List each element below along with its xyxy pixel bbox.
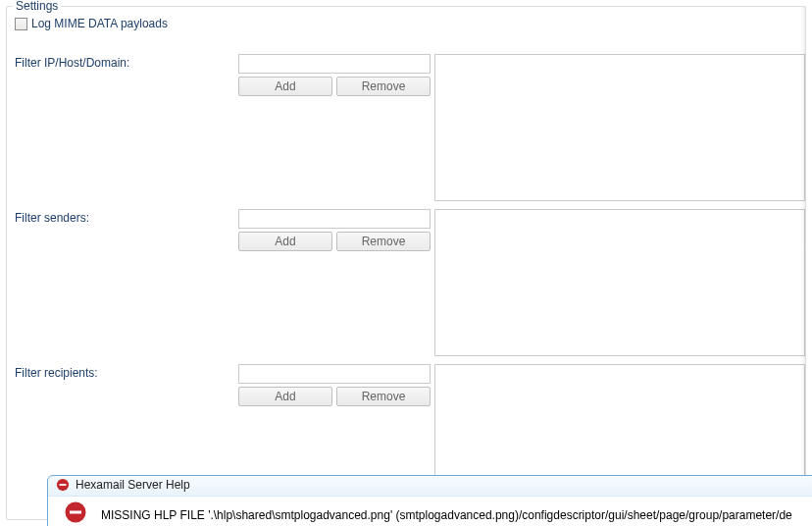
settings-groupbox: Settings Log MIME DATA payloads Filter I… xyxy=(6,6,806,520)
filter-host-label: Filter IP/Host/Domain: xyxy=(15,56,129,70)
filter-senders-add-button[interactable]: Add xyxy=(238,232,332,251)
log-mime-row: Log MIME DATA payloads xyxy=(15,17,168,30)
remove-label: Remove xyxy=(362,79,406,93)
filter-recipients-label: Filter recipients: xyxy=(15,366,98,380)
filter-host-remove-button[interactable]: Remove xyxy=(336,77,431,96)
filter-recipients-input[interactable] xyxy=(238,364,431,384)
filter-host-add-button[interactable]: Add xyxy=(238,77,332,96)
right-shadow xyxy=(800,7,805,519)
svg-rect-1 xyxy=(60,484,67,486)
error-icon xyxy=(56,478,70,492)
help-body: MISSING HLP FILE '.\hlp\shared\smtplogad… xyxy=(48,496,812,526)
log-mime-checkbox[interactable] xyxy=(15,18,27,30)
add-label: Add xyxy=(275,390,295,403)
filter-host-listbox[interactable] xyxy=(434,54,805,201)
help-window-title: Hexamail Server Help xyxy=(76,478,190,492)
log-mime-label: Log MIME DATA payloads xyxy=(31,17,168,30)
add-label: Add xyxy=(275,235,295,248)
remove-label: Remove xyxy=(362,235,406,248)
help-message-text: MISSING HLP FILE '.\hlp\shared\smtplogad… xyxy=(101,508,792,522)
help-window: Hexamail Server Help MISSING HLP FILE '.… xyxy=(43,475,812,526)
filter-recipients-add-button[interactable]: Add xyxy=(238,387,332,406)
filter-host-input[interactable] xyxy=(238,54,431,74)
add-label: Add xyxy=(275,79,295,93)
filter-recipients-remove-button[interactable]: Remove xyxy=(336,387,431,406)
error-icon xyxy=(64,500,87,524)
filter-senders-remove-button[interactable]: Remove xyxy=(336,232,431,251)
filter-senders-listbox[interactable] xyxy=(434,209,805,356)
svg-rect-3 xyxy=(70,511,81,514)
remove-label: Remove xyxy=(362,390,406,403)
group-title: Settings xyxy=(13,0,61,13)
filter-senders-label: Filter senders: xyxy=(15,211,89,225)
help-frame: Hexamail Server Help MISSING HLP FILE '.… xyxy=(47,475,812,526)
filter-senders-input[interactable] xyxy=(238,209,431,229)
